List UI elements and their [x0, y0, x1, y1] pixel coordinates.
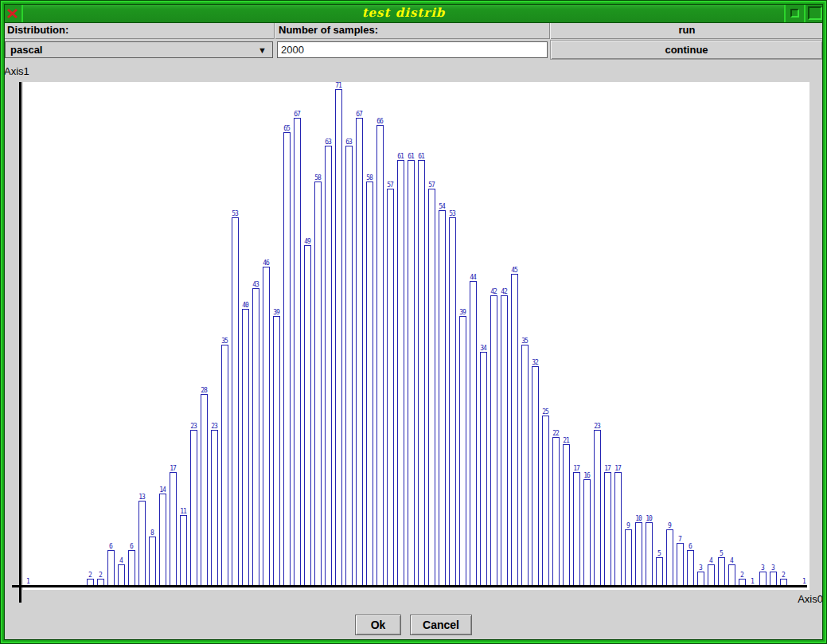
histogram-bar — [118, 564, 125, 587]
bar-value-label: 44 — [466, 274, 480, 281]
histogram-bar — [635, 522, 642, 587]
bar-value-label: 53 — [445, 210, 459, 217]
bar-value-label: 11 — [176, 508, 190, 515]
x-logo-icon — [6, 8, 18, 19]
bar-value-label: 5 — [652, 550, 666, 557]
bar-value-label: 4 — [724, 557, 739, 564]
bar-value-label: 21 — [559, 437, 573, 444]
bar-value-label: 7 — [673, 536, 687, 543]
y-axis-label: Axis1 — [4, 65, 29, 77]
bar-value-label: 10 — [642, 515, 656, 522]
histogram-bar — [511, 274, 518, 587]
bar-value-label: 65 — [279, 125, 294, 132]
bar-value-label: 6 — [124, 543, 138, 550]
bar-value-label: 57 — [424, 181, 439, 189]
chart-area: Axis1 1226461381417112328233553404346396… — [3, 60, 824, 641]
histogram-bar — [149, 537, 156, 587]
maximize-icon — [808, 6, 822, 20]
bar-value-label: 40 — [238, 302, 252, 309]
histogram-bar — [552, 437, 560, 587]
bar-value-label: 42 — [497, 288, 511, 295]
window-menu-button[interactable] — [3, 4, 23, 22]
y-axis-line — [19, 82, 21, 603]
dialog-buttons: Ok Cancel — [3, 615, 824, 635]
histogram-bar — [470, 281, 477, 587]
bar-value-label: 53 — [228, 210, 242, 217]
bar-value-label: 58 — [362, 174, 376, 181]
bar-value-label: 66 — [373, 118, 387, 125]
histogram-bar — [356, 118, 363, 587]
histogram-bar — [366, 181, 373, 587]
run-button[interactable]: run — [550, 21, 824, 39]
bar-value-label: 32 — [528, 359, 542, 366]
bar-value-label: 2 — [93, 572, 107, 579]
bar-value-label: 3 — [693, 564, 708, 572]
histogram-bar — [159, 494, 166, 587]
histogram-bar — [583, 479, 591, 587]
bar-value-label: 49 — [300, 238, 314, 245]
bar-value-label: 63 — [341, 139, 356, 146]
bar-value-label: 46 — [259, 260, 273, 267]
bar-value-label: 9 — [621, 522, 635, 529]
bar-value-label: 1 — [797, 578, 811, 585]
bar-value-label: 57 — [383, 181, 397, 189]
bar-value-label: 17 — [569, 465, 583, 472]
histogram-bar — [242, 309, 249, 587]
histogram-bar — [138, 501, 146, 587]
distribution-selected-value: pascal — [6, 44, 258, 56]
x-axis-line — [12, 585, 807, 587]
histogram-bar — [408, 160, 415, 587]
histogram-bar — [376, 125, 384, 587]
histogram-bar — [345, 146, 353, 587]
x-axis-label: Axis0 — [798, 593, 823, 605]
bar-value-label: 43 — [248, 281, 263, 288]
toolbar-control-row: pascal ▼ continue — [3, 39, 824, 60]
histogram-bar — [480, 352, 487, 587]
bar-value-label: 63 — [321, 139, 335, 146]
bar-value-label: 23 — [186, 423, 201, 430]
bar-value-label: 54 — [435, 203, 449, 210]
distribution-select[interactable]: pascal ▼ — [5, 41, 273, 58]
histogram-bar — [573, 472, 580, 587]
histogram-bar — [501, 295, 508, 587]
bar-value-label: 39 — [269, 309, 283, 316]
chevron-down-icon: ▼ — [258, 45, 272, 55]
histogram-bar — [232, 217, 239, 587]
bar-value-label: 4 — [114, 557, 128, 564]
histogram-bar — [325, 146, 332, 587]
histogram-bar — [542, 416, 549, 587]
histogram-bar — [107, 550, 115, 587]
titlebar: test distrib — [3, 3, 824, 23]
bar-value-label: 71 — [331, 82, 345, 89]
histogram-bar — [604, 472, 611, 587]
bar-value-label: 67 — [290, 111, 304, 118]
histogram-bar — [614, 472, 622, 587]
samples-input[interactable] — [277, 41, 548, 58]
histogram-bar — [180, 515, 187, 587]
window-title: test distrib — [23, 4, 784, 22]
histogram-bar — [294, 118, 301, 587]
bar-value-label: 17 — [610, 465, 625, 472]
bar-value-label: 1 — [745, 578, 759, 585]
maximize-button[interactable] — [804, 4, 824, 22]
cancel-button[interactable]: Cancel — [410, 615, 472, 635]
bar-value-label: 2 — [776, 572, 790, 579]
bar-value-label: 13 — [135, 494, 149, 501]
bar-value-label: 17 — [166, 465, 180, 472]
bar-value-label: 39 — [455, 309, 470, 316]
iconify-button[interactable] — [784, 4, 804, 22]
bar-value-label: 6 — [683, 543, 697, 550]
histogram-bar — [532, 366, 539, 587]
histogram-bar — [418, 160, 425, 587]
continue-button[interactable]: continue — [550, 40, 823, 60]
bar-value-label: 14 — [155, 486, 170, 494]
histogram-bar — [449, 217, 456, 587]
histogram-bar — [190, 430, 197, 587]
bar-value-label: 4 — [704, 557, 718, 564]
histogram-bar — [283, 132, 291, 587]
ok-button[interactable]: Ok — [355, 615, 401, 635]
bar-value-label: 1 — [21, 578, 35, 585]
bar-value-label: 61 — [414, 153, 428, 160]
toolbar-header-row: Distribution: Number of samples: run — [3, 21, 824, 39]
histogram-bar — [656, 557, 663, 587]
